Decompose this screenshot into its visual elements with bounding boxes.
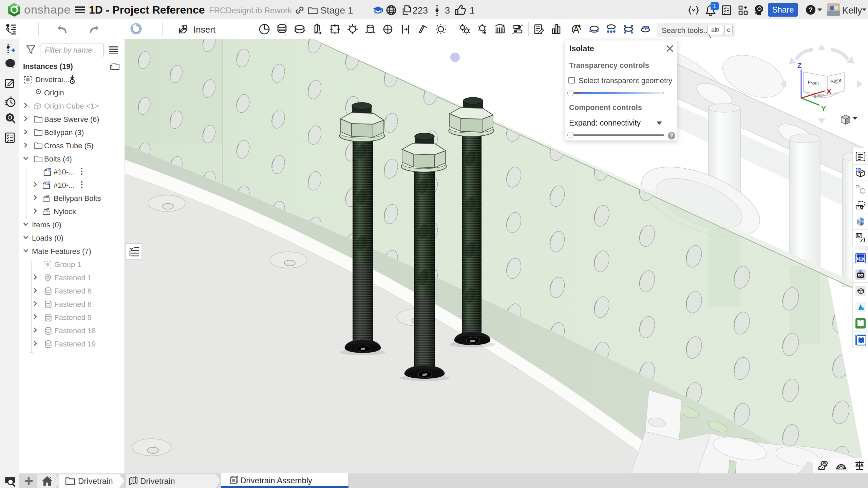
svg-text:Z: Z	[797, 61, 802, 69]
svg-text:MK: MK	[855, 256, 866, 262]
svg-text:?: ?	[809, 6, 813, 14]
svg-text:x: x	[860, 237, 863, 243]
svg-text:X: X	[827, 87, 831, 95]
svg-text:Y: Y	[821, 105, 826, 112]
